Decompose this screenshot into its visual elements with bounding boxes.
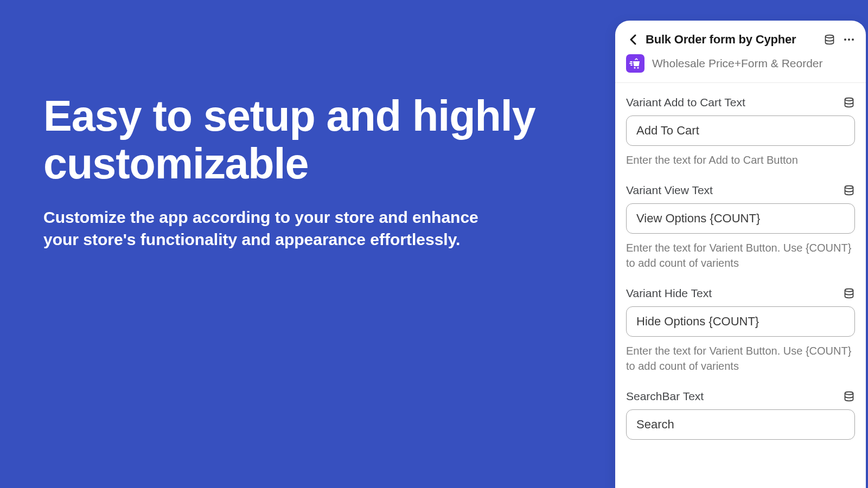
settings-panel: Bulk Order form by Cypher [615, 21, 866, 488]
field-view-text: Variant View Text Enter the text for Var… [626, 184, 855, 271]
field-label: Variant Add to Cart Text [626, 96, 745, 109]
database-icon[interactable] [843, 184, 855, 196]
field-searchbar-text: SearchBar Text [626, 390, 855, 440]
database-icon[interactable] [824, 34, 835, 46]
database-icon[interactable] [843, 97, 855, 108]
panel-header: Bulk Order form by Cypher [615, 21, 866, 54]
panel-subheader: Wholesale Price+Form & Reorder [615, 54, 866, 82]
hero-title: Easy to setup and highly customizable [43, 92, 583, 188]
svg-point-0 [826, 35, 834, 38]
database-icon[interactable] [843, 390, 855, 402]
field-help: Enter the text for Add to Cart Button [626, 152, 855, 168]
svg-point-4 [634, 67, 635, 68]
panel-title: Bulk Order form by Cypher [646, 33, 816, 47]
searchbar-text-input[interactable] [626, 409, 855, 440]
field-help: Enter the text for Varient Button. Use {… [626, 343, 855, 374]
database-icon[interactable] [843, 287, 855, 299]
chevron-left-icon[interactable] [627, 34, 638, 45]
field-help: Enter the text for Varient Button. Use {… [626, 240, 855, 271]
field-label: Variant View Text [626, 184, 713, 197]
svg-point-3 [852, 38, 854, 41]
hero-subtitle: Customize the app according to your stor… [43, 207, 510, 251]
svg-point-8 [845, 289, 853, 292]
app-name: Wholesale Price+Form & Reorder [652, 57, 823, 70]
view-text-input[interactable] [626, 203, 855, 234]
field-add-to-cart: Variant Add to Cart Text Enter the text … [626, 96, 855, 168]
add-to-cart-input[interactable] [626, 115, 855, 146]
svg-point-2 [848, 38, 850, 41]
svg-point-7 [845, 186, 853, 189]
svg-point-5 [637, 67, 639, 68]
svg-point-9 [845, 392, 853, 395]
field-label: SearchBar Text [626, 390, 704, 403]
more-icon[interactable] [843, 34, 855, 46]
field-label: Variant Hide Text [626, 287, 712, 300]
svg-point-6 [845, 98, 853, 101]
app-icon [626, 54, 644, 73]
hide-text-input[interactable] [626, 306, 855, 337]
svg-point-1 [844, 38, 846, 41]
field-hide-text: Variant Hide Text Enter the text for Var… [626, 287, 855, 374]
